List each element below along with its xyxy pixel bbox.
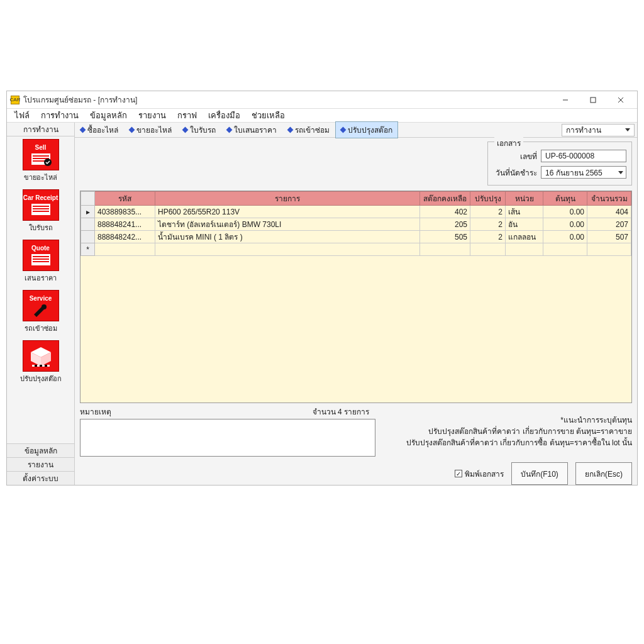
tab-label: ใบเสนอราคา — [234, 124, 277, 136]
tab-label: ขายอะไหล่ — [136, 124, 172, 136]
doc-date-picker[interactable]: 16 กันยายน 2565 — [541, 166, 626, 179]
col-name[interactable]: รายการ — [155, 192, 420, 206]
cell-adj[interactable]: 2 — [470, 231, 506, 243]
cell-stock[interactable]: 505 — [420, 231, 470, 243]
sidebar-badge: Car Receipt — [23, 194, 58, 201]
minimize-button[interactable] — [552, 92, 579, 108]
table-row[interactable]: 888848242...น้ำมันเบรค MINI ( 1 ลิตร )50… — [81, 231, 631, 243]
diamond-icon — [287, 127, 294, 133]
cell-total[interactable]: 507 — [587, 231, 631, 243]
sidebar-item-label: ใบรับรถ — [29, 222, 53, 233]
tab-label: ซื้ออะไหล่ — [87, 124, 118, 136]
sidebar-badge: Service — [30, 295, 52, 302]
cell-stock[interactable]: 205 — [420, 218, 470, 231]
tabs: ซื้ออะไหล่ ขายอะไหล่ ใบรับรถ ใบเสนอราคา … — [75, 123, 637, 138]
sidebar-item-service[interactable]: Service รถเข้าซ่อม — [19, 290, 62, 334]
table-new-row[interactable]: * — [81, 243, 631, 256]
close-button[interactable] — [607, 92, 635, 108]
sidebar-item-sell[interactable]: Sell ขายอะไหล่ — [19, 139, 62, 183]
menu-file[interactable]: ไฟล์ — [14, 109, 30, 122]
col-rowheader — [81, 192, 95, 206]
col-stock[interactable]: สต๊อกคงเหลือ — [420, 192, 470, 206]
sidebar-item-receipt[interactable]: Car Receipt ใบรับรถ — [19, 189, 62, 233]
svg-rect-22 — [37, 365, 40, 367]
col-cost[interactable]: ต้นทุน — [543, 192, 587, 206]
chevron-down-icon — [625, 128, 630, 131]
cell-name[interactable]: ไดชาร์ท (อัลเทอร์เนเตอร์) BMW 730LI — [155, 218, 420, 231]
sidebar-item-quote[interactable]: Quote เสนอราคา — [19, 240, 62, 284]
tab-sell[interactable]: ขายอะไหล่ — [124, 121, 177, 138]
menu-help[interactable]: ช่วยเหลือ — [252, 109, 285, 122]
window-title: โปรแกรมศูนย์ซ่อมรถ - [การทำงาน] — [23, 94, 552, 106]
cell-code[interactable]: 888848241... — [95, 218, 155, 231]
menu-work[interactable]: การทำงาน — [41, 109, 79, 122]
receipt-icon — [30, 203, 52, 216]
menu-tools[interactable]: เครื่องมือ — [208, 109, 240, 122]
table-row[interactable]: ▸403889835...HP600 265/55R20 113V4022เส้… — [81, 206, 631, 218]
svg-rect-20 — [32, 365, 50, 367]
svg-rect-24 — [47, 365, 50, 367]
info-line3: ปรับปรุงสต๊อกสินค้าที่คาดว่า เกี่ยวกับกา… — [380, 437, 632, 448]
cell-code[interactable]: 403889835... — [95, 206, 155, 218]
tab-quote[interactable]: ใบเสนอราคา — [221, 121, 282, 138]
tab-service[interactable]: รถเข้าซ่อม — [282, 121, 335, 138]
cell-adj[interactable]: 2 — [470, 206, 506, 218]
sidebar-bottom-setting[interactable]: ตั้งค่าระบบ — [7, 471, 74, 485]
info-line1: *แนะนำการระบุต้นทุน — [380, 414, 632, 426]
row-marker — [81, 218, 95, 231]
tab-label: รถเข้าซ่อม — [295, 124, 330, 136]
print-checkbox[interactable]: ✓ พิมพ์เอกสาร — [455, 468, 504, 480]
cell-unit[interactable]: อัน — [506, 218, 543, 231]
cell-cost[interactable]: 0.00 — [543, 206, 587, 218]
row-marker: ▸ — [81, 206, 95, 218]
table-row[interactable]: 888848241...ไดชาร์ท (อัลเทอร์เนเตอร์) BM… — [81, 218, 631, 231]
titlebar: CAR โปรแกรมศูนย์ซ่อมรถ - [การทำงาน] — [7, 91, 637, 109]
cell-code[interactable]: 888848242... — [95, 231, 155, 243]
svg-rect-23 — [42, 365, 45, 367]
tab-stock[interactable]: ปรับปรุงสต๊อก — [335, 121, 398, 138]
cell-adj[interactable]: 2 — [470, 218, 506, 231]
doc-no-input[interactable]: UP-65-000008 — [541, 150, 626, 162]
cell-total[interactable]: 404 — [587, 206, 631, 218]
sidebar-badge: Quote — [31, 245, 50, 252]
cell-cost[interactable]: 0.00 — [543, 218, 587, 231]
diamond-icon — [129, 127, 135, 133]
mode-select[interactable]: การทำงาน — [562, 124, 635, 136]
cancel-button[interactable]: ยกเลิก(Esc) — [575, 462, 632, 485]
cell-stock[interactable]: 402 — [420, 206, 470, 218]
col-code[interactable]: รหัส — [95, 192, 155, 206]
cell-unit[interactable]: แกลลอน — [506, 231, 543, 243]
cell-name[interactable]: น้ำมันเบรค MINI ( 1 ลิตร ) — [155, 231, 420, 243]
col-adj[interactable]: ปรับปรุง — [470, 192, 506, 206]
sidebar-item-label: รถเข้าซ่อม — [25, 323, 57, 334]
tab-buy[interactable]: ซื้ออะไหล่ — [75, 121, 124, 138]
sidebar-item-stock[interactable]: ปรับปรุงสต๊อก — [19, 340, 62, 384]
cell-unit[interactable]: เส้น — [506, 206, 543, 218]
col-unit[interactable]: หน่วย — [506, 192, 543, 206]
cell-cost[interactable]: 0.00 — [543, 231, 587, 243]
app-icon: CAR — [11, 96, 19, 104]
box-icon — [28, 346, 53, 367]
tab-receipt[interactable]: ใบรับรถ — [177, 121, 221, 138]
row-count: จำนวน 4 รายการ — [313, 406, 369, 418]
checkbox-box: ✓ — [455, 470, 462, 477]
tab-label: ใบรับรถ — [190, 124, 216, 136]
menu-report[interactable]: รายงาน — [138, 109, 166, 122]
menu-master[interactable]: ข้อมูลหลัก — [90, 109, 127, 122]
stock-table[interactable]: รหัส รายการ สต๊อกคงเหลือ ปรับปรุง หน่วย … — [80, 191, 632, 403]
cell-name[interactable]: HP600 265/55R20 113V — [155, 206, 420, 218]
sidebar-bottom-master[interactable]: ข้อมูลหลัก — [7, 443, 74, 457]
remarks-input[interactable] — [80, 419, 375, 457]
menu-graph[interactable]: กราฟ — [177, 109, 197, 122]
menubar: ไฟล์ การทำงาน ข้อมูลหลัก รายงาน กราฟ เคร… — [7, 109, 637, 123]
sidebar-item-label: เสนอราคา — [25, 272, 57, 284]
doc-date-value: 16 กันยายน 2565 — [545, 167, 602, 179]
sidebar-bottom-report[interactable]: รายงาน — [7, 457, 74, 471]
maximize-button[interactable] — [579, 92, 607, 108]
save-button[interactable]: บันทึก(F10) — [511, 462, 568, 485]
cell-total[interactable]: 207 — [587, 218, 631, 231]
diamond-icon — [340, 127, 347, 133]
doc-no-label: เลขที่ — [493, 150, 537, 162]
col-total[interactable]: จำนวนรวม — [587, 192, 631, 206]
sell-icon — [30, 152, 52, 166]
